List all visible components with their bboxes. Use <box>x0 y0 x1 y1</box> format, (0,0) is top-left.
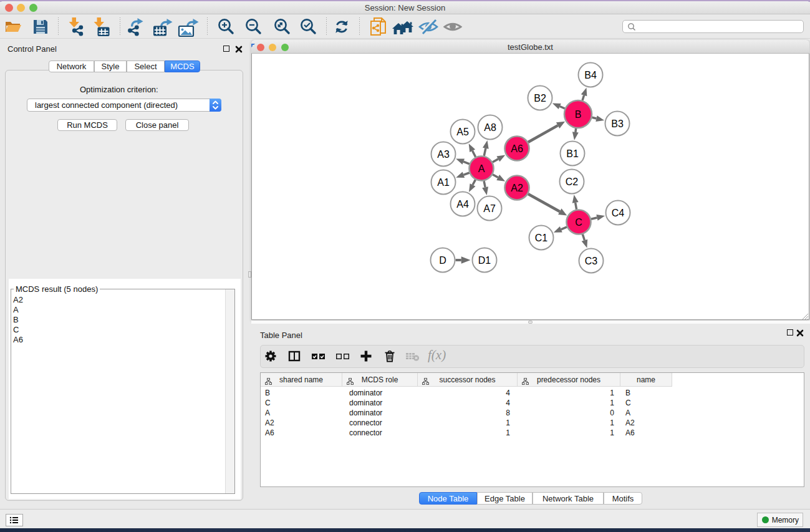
svg-text:D1: D1 <box>478 255 491 266</box>
svg-text:C3: C3 <box>585 256 598 266</box>
svg-text:C1: C1 <box>535 233 548 243</box>
svg-text:A: A <box>478 163 485 174</box>
svg-text:C4: C4 <box>612 208 625 218</box>
svg-text:B: B <box>575 109 582 120</box>
svg-text:B2: B2 <box>534 93 546 104</box>
svg-text:B3: B3 <box>611 118 624 129</box>
svg-text:A4: A4 <box>456 199 469 210</box>
svg-text:A1: A1 <box>437 177 450 188</box>
svg-text:A5: A5 <box>456 127 469 137</box>
svg-text:A7: A7 <box>483 203 496 214</box>
svg-text:D: D <box>439 255 446 266</box>
svg-text:A2: A2 <box>511 183 523 193</box>
svg-text:A8: A8 <box>484 122 496 133</box>
svg-text:B4: B4 <box>584 70 597 80</box>
svg-text:C2: C2 <box>566 177 579 187</box>
svg-text:A6: A6 <box>511 143 523 154</box>
svg-text:B1: B1 <box>566 148 579 159</box>
svg-text:A3: A3 <box>437 149 450 160</box>
svg-text:C: C <box>575 217 582 228</box>
